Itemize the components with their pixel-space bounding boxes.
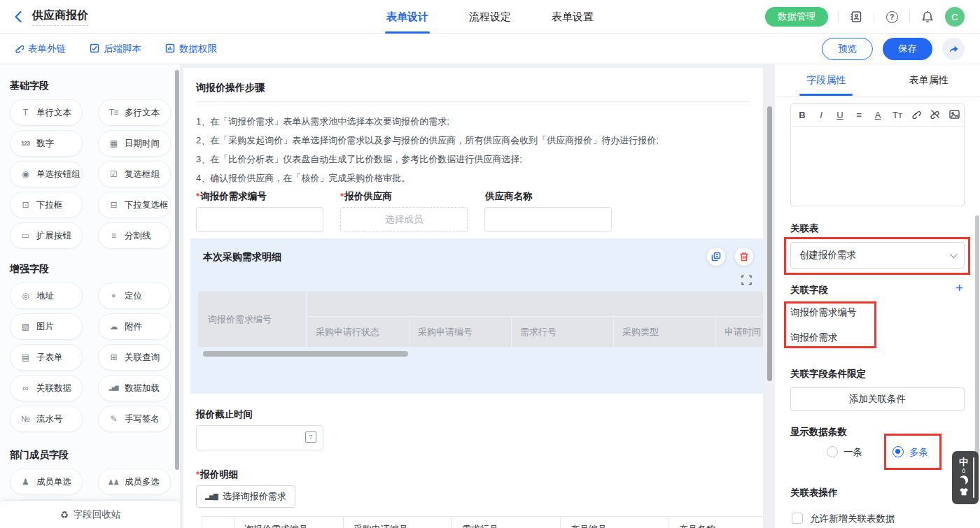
field-item-subform[interactable]: ▤子表单	[10, 344, 83, 371]
external-link-button[interactable]: 表单外链	[14, 43, 66, 55]
column-header: 采购申请行状态	[307, 317, 409, 347]
field-item-attachment[interactable]: ☁附件	[98, 313, 171, 340]
rich-text-editor[interactable]: B I U ≡ A Tт	[790, 104, 965, 206]
column-header: 产品编号	[561, 517, 669, 528]
allow-add-checkbox[interactable]	[792, 513, 803, 524]
pen-icon: ✎	[107, 414, 120, 424]
bold-button[interactable]: B	[798, 110, 806, 120]
field-item-address[interactable]: ◎地址	[10, 283, 83, 309]
share-button[interactable]	[942, 38, 965, 60]
field-item-multi-line-text[interactable]: T≡多行文本	[98, 99, 171, 126]
field-item-member-multi[interactable]: ♟♟成员多选	[98, 469, 171, 495]
field-item-divider-line[interactable]: ≡分割线	[98, 222, 171, 249]
field-item-radio-group[interactable]: ◉单选按钮组	[10, 161, 83, 187]
related-field-item[interactable]: 询报价需求编号	[790, 306, 857, 319]
inquiry-request-no-input[interactable]	[196, 207, 323, 232]
field-quote-deadline[interactable]: 报价截止时间	[196, 408, 750, 420]
image-icon: ▧	[19, 322, 31, 331]
unlink-button[interactable]	[930, 109, 939, 121]
tab-form-setting[interactable]: 表单设置	[552, 0, 594, 34]
field-item-location[interactable]: ⌖定位	[98, 283, 171, 309]
field-item-related-data[interactable]: ∞关联数据	[10, 375, 83, 401]
preview-button[interactable]: 预览	[822, 38, 873, 60]
allow-add-label[interactable]: 允许新增关联表数据	[810, 513, 895, 525]
underline-button[interactable]: U	[836, 110, 844, 120]
radio-single-label[interactable]: 一条	[844, 446, 862, 459]
editor-content[interactable]	[791, 127, 964, 206]
field-quote-detail-label[interactable]: *报价明细	[196, 469, 750, 480]
subform-purchase-detail[interactable]: 本次采购需求明细 询报价需求编号 采购申请行状态 采购申请编号 需求行号 采购类…	[190, 238, 763, 394]
divider-line-icon: ≡	[107, 231, 120, 241]
field-item-single-line-text[interactable]: T单行文本	[10, 99, 83, 126]
tab-form-properties[interactable]: 表单属性	[878, 64, 980, 96]
field-item-checkbox-group[interactable]: ☑复选框组	[98, 161, 171, 187]
add-related-field-button[interactable]: +	[955, 281, 963, 294]
related-table-select[interactable]: 创建报价需求	[790, 242, 965, 269]
select-member-button[interactable]: 选择成员	[340, 207, 468, 232]
skin-shirt-icon[interactable]	[959, 486, 969, 499]
tab-field-properties[interactable]: 字段属性	[775, 64, 878, 96]
field-item-dropdown[interactable]: ⊡下拉框	[10, 192, 83, 218]
sidebar-scrollbar[interactable]	[175, 70, 179, 470]
radio-single[interactable]	[827, 446, 838, 457]
italic-button[interactable]: I	[817, 110, 825, 120]
field-item-number[interactable]: 123数字	[10, 130, 83, 157]
backend-script-button[interactable]: 后端脚本	[90, 43, 141, 55]
field-item-related-query[interactable]: ⊞关联查询	[98, 344, 171, 371]
avatar[interactable]: C	[945, 7, 965, 27]
steps-heading[interactable]: 询报价操作步骤	[196, 82, 750, 94]
field-quote-supplier[interactable]: *报价供应商 选择成员	[340, 190, 468, 232]
field-item-signature[interactable]: ✎手写签名	[98, 406, 171, 432]
step-line: 1、在「询报价需求」表单从需求池中选择本次要询报价的需求;	[196, 112, 750, 131]
main-tabs: 表单设计 流程设定 表单设置	[386, 0, 594, 34]
ime-toolbar[interactable]: 中 ó	[952, 451, 979, 504]
add-condition-button[interactable]: 添加关联条件	[790, 387, 965, 411]
radio-multiple[interactable]	[892, 446, 904, 457]
field-item-multi-dropdown[interactable]: ⊟下拉复选框	[98, 192, 171, 218]
field-library-sidebar: 基础字段 T单行文本 T≡多行文本 123数字 ▦日期时间 ◉单选按钮组 ☑复选…	[0, 64, 181, 528]
copy-button[interactable]	[707, 248, 725, 266]
related-field-item[interactable]: 询报价需求	[790, 331, 838, 344]
data-manage-button[interactable]: 数据管理	[765, 7, 828, 27]
canvas-scrollbar[interactable]	[767, 106, 772, 381]
align-button[interactable]: ≡	[855, 110, 863, 120]
radio-multiple-label[interactable]: 多条	[909, 446, 928, 459]
data-permission-icon	[165, 43, 175, 55]
field-item-image[interactable]: ▧图片	[10, 313, 83, 340]
expand-icon[interactable]	[741, 275, 752, 288]
subform-horizontal-scrollbar[interactable]	[203, 351, 408, 357]
row-index-column	[202, 517, 234, 528]
field-item-serial-number[interactable]: №流水号	[10, 406, 83, 432]
field-supplier-name[interactable]: 供应商名称	[484, 190, 612, 232]
link-button[interactable]	[911, 109, 920, 121]
font-size-button[interactable]: Tт	[892, 110, 901, 120]
image-button[interactable]	[949, 110, 958, 121]
field-item-data-load[interactable]: ▂▅▇数据加载	[98, 375, 171, 401]
save-button[interactable]: 保存	[883, 38, 932, 60]
back-icon[interactable]	[13, 10, 24, 23]
field-recycle-bin[interactable]: ♻ 字段回收站	[0, 500, 181, 528]
help-icon[interactable]: ?	[884, 9, 899, 24]
field-item-datetime[interactable]: ▦日期时间	[98, 130, 171, 157]
bell-icon[interactable]	[920, 9, 935, 24]
page-title[interactable]: 供应商报价	[32, 8, 88, 26]
field-item-member-single[interactable]: ♟成员单选	[10, 469, 83, 495]
column-header: 采购申请编号	[344, 517, 452, 528]
select-inquiry-request-button[interactable]: ▂▅▇ 选择询报价需求	[196, 485, 295, 508]
supplier-name-input[interactable]	[484, 207, 612, 232]
ime-punctuation-indicator[interactable]: ó	[962, 468, 965, 474]
panel-scrollbar[interactable]	[975, 215, 979, 455]
font-color-button[interactable]: A	[874, 110, 882, 120]
quote-deadline-input[interactable]	[196, 425, 323, 450]
address-book-icon[interactable]	[848, 9, 864, 24]
moon-icon[interactable]	[958, 474, 969, 485]
related-table-label: 关联表	[790, 222, 819, 235]
tab-flow-setting[interactable]: 流程设定	[469, 0, 511, 34]
field-item-extend-button[interactable]: ▭扩展按钮	[10, 222, 83, 249]
data-permission-button[interactable]: 数据权限	[165, 43, 217, 55]
column-header: 产品名称	[669, 517, 763, 528]
delete-button[interactable]	[735, 248, 753, 266]
ime-language-indicator[interactable]: 中	[959, 457, 968, 466]
tab-form-design[interactable]: 表单设计	[386, 0, 428, 34]
field-inquiry-request-no[interactable]: *询报价需求编号	[196, 190, 323, 232]
